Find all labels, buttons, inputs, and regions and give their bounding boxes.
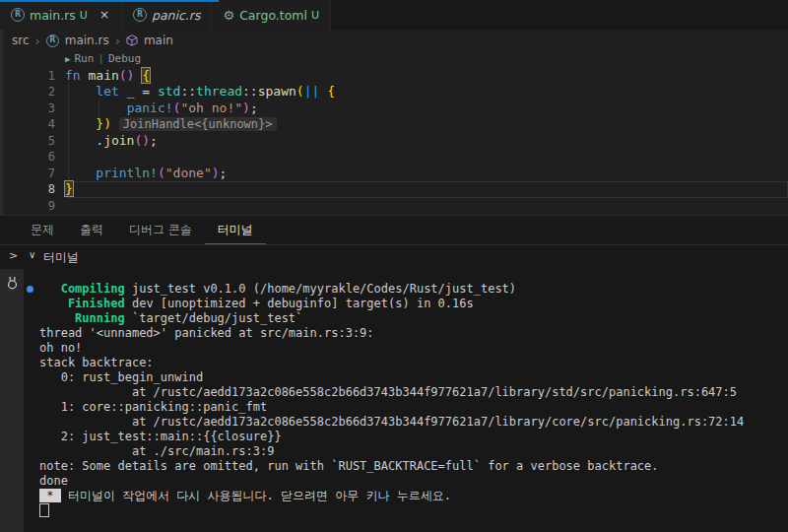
tab-label: panic.rs [152, 8, 201, 23]
terminal-line: Running `target/debug/just_test` [24, 311, 788, 326]
terminal-line: thread '<unnamed>' panicked at src/main.… [24, 326, 788, 341]
indent-guide [68, 116, 69, 133]
indent-guide [68, 149, 69, 166]
active-tab-accent [0, 0, 219, 2]
indent-guide [68, 166, 69, 182]
editor-tab-bar: R main.rs U × R panic.rs ⚙ Cargo.toml U [0, 0, 788, 30]
line-number: 3 [0, 100, 55, 117]
line-number: 6 [0, 149, 55, 166]
indent-guide [98, 100, 99, 117]
terminal-line: done [24, 474, 788, 489]
indent-guide [68, 100, 69, 117]
gear-icon: ⚙ [223, 9, 234, 22]
line-number: 8 [0, 181, 55, 198]
chevron-right-icon: › [35, 33, 40, 48]
terminal-side-rail [0, 269, 24, 532]
terminal-line: 0: rust_begin_unwind [24, 370, 788, 385]
terminal-line: at /rustc/aedd173a2c086e558c2b66d3743b34… [24, 415, 788, 430]
terminal-line: Compiling just_test v0.1.0 (/home/myyrak… [24, 282, 788, 297]
run-icon: ▶ [65, 51, 70, 68]
terminal-line [24, 503, 788, 518]
tab-panic-rs[interactable]: R panic.rs [122, 0, 213, 30]
code-text: println!("done"); [65, 166, 788, 182]
terminal-line: note: Some details are omitted, run with… [24, 459, 788, 474]
code-editor[interactable]: ▶ Run | Debug 1fn main() {2 let _ = std:… [0, 51, 788, 215]
line-number: 1 [0, 68, 55, 85]
code-line[interactable]: 3 panic!("oh no!"); [0, 100, 788, 117]
codelens-debug-link[interactable]: Debug [108, 51, 141, 68]
symbol-cube-icon [126, 34, 138, 46]
terminal-line: stack backtrace: [24, 356, 788, 370]
code-line[interactable]: 5 .join(); [0, 133, 788, 150]
code-text: .join(); [65, 133, 788, 150]
breadcrumb: src › R main.rs › main [0, 30, 788, 51]
code-line[interactable]: 7 println!("done"); [0, 166, 788, 182]
indent-guide [68, 84, 69, 100]
code-text [65, 149, 788, 166]
terminal-section-title[interactable]: 터미널 [43, 249, 79, 266]
terminal-line: Finished dev [unoptimized + debuginfo] t… [24, 297, 788, 311]
code-text: let _ = std::thread::spawn(|| { [65, 84, 788, 100]
panel-tab-bar: 문제출력디버그 콘솔터미널 [0, 215, 788, 244]
codelens: ▶ Run | Debug [0, 51, 788, 68]
codelens-run-link[interactable]: Run [74, 51, 94, 68]
code-line[interactable]: 1fn main() { [0, 68, 788, 85]
line-number: 2 [0, 84, 55, 100]
terminal-line: at /rustc/aedd173a2c086e558c2b66d3743b34… [24, 385, 788, 400]
command-decoration[interactable] [27, 286, 33, 293]
code-text [65, 198, 788, 215]
terminal-cursor [39, 503, 49, 517]
terminal-line: 1: core::panicking::panic_fmt [24, 400, 788, 415]
line-number: 9 [0, 198, 55, 215]
rust-file-icon: R [11, 8, 25, 22]
code-text: }) JoinHandle<{unknown}> [65, 116, 788, 133]
code-text: panic!("oh no!"); [65, 100, 788, 117]
gutter-spacer [0, 51, 55, 68]
code-line[interactable]: 8} [0, 181, 788, 198]
breadcrumb-item-main-rs[interactable]: main.rs [65, 33, 109, 47]
vscode-window: R main.rs U × R panic.rs ⚙ Cargo.toml U … [0, 0, 788, 532]
terminal-output[interactable]: Compiling just_test v0.1.0 (/home/myyrak… [24, 269, 788, 532]
breadcrumb-item-src[interactable]: src [12, 33, 30, 47]
terminal-section-header: > ∨ 터미널 [0, 245, 788, 269]
terminal-line: oh no! [24, 341, 788, 356]
close-icon[interactable]: × [98, 8, 110, 22]
terminal-line: at ./src/main.rs:3:9 [24, 444, 788, 459]
code-lines: 1fn main() {2 let _ = std::thread::spawn… [0, 68, 788, 215]
line-number: 5 [0, 133, 55, 150]
code-line[interactable]: 2 let _ = std::thread::spawn(|| { [0, 84, 788, 100]
code-line[interactable]: 9 [0, 198, 788, 215]
panel-tab-3[interactable]: 터미널 [205, 216, 266, 244]
panel-tab-2[interactable]: 디버그 콘솔 [116, 216, 205, 244]
panel-tab-1[interactable]: 출력 [67, 216, 116, 244]
terminal-line: * 터미널이 작업에서 다시 사용됩니다. 닫으려면 아무 키나 누르세요. [24, 489, 788, 503]
plug-icon[interactable] [5, 276, 20, 291]
code-line[interactable]: 4 }) JoinHandle<{unknown}> [0, 116, 788, 133]
breadcrumb-item-main[interactable]: main [144, 33, 173, 47]
rust-file-icon: R [133, 8, 147, 22]
codelens-divider: | [98, 51, 104, 68]
tab-main-rs[interactable]: R main.rs U × [0, 0, 122, 30]
line-number: 7 [0, 166, 55, 182]
terminal-line: 2: just_test::main::{{closure}} [24, 430, 788, 444]
sash[interactable] [0, 30, 3, 215]
rust-file-icon: R [46, 34, 59, 47]
code-text: fn main() { [65, 68, 788, 85]
untracked-badge: U [80, 9, 88, 22]
terminal-panel: > ∨ 터미널 Compiling just_test v0.1.0 (/hom… [0, 244, 788, 532]
tab-label: Cargo.toml [239, 8, 307, 23]
indent-guide [68, 133, 69, 150]
tab-cargo-toml[interactable]: ⚙ Cargo.toml U [212, 0, 331, 30]
panel-expand-icon[interactable]: > [9, 249, 18, 262]
code-line[interactable]: 6 [0, 149, 788, 166]
line-number: 4 [0, 116, 55, 133]
chevron-right-icon: › [115, 33, 120, 48]
chevron-down-icon[interactable]: ∨ [29, 249, 35, 260]
tab-label: main.rs [30, 8, 76, 23]
panel-tab-0[interactable]: 문제 [18, 216, 67, 244]
untracked-badge: U [311, 9, 319, 22]
code-text: } [65, 181, 788, 198]
